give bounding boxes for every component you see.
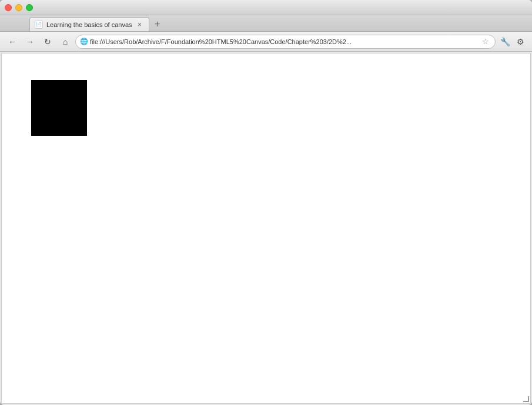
page-icon: 🌐 [81, 38, 88, 45]
resize-handle[interactable] [523, 396, 530, 403]
address-bar-container: 🌐 ☆ [75, 35, 496, 49]
nav-bar: ← → ↻ ⌂ 🌐 ☆ 🔧 ⚙ [0, 32, 532, 52]
forward-button[interactable]: → [22, 35, 38, 49]
home-button[interactable]: ⌂ [58, 35, 73, 49]
canvas-black-square [31, 80, 87, 136]
close-button[interactable] [5, 4, 12, 11]
browser-window: 📄 Learning the basics of canvas × + ← → … [0, 0, 532, 405]
title-bar [0, 0, 532, 15]
back-button[interactable]: ← [5, 35, 20, 49]
bookmark-star-icon[interactable]: ☆ [481, 37, 490, 46]
wrench-icon[interactable]: 🔧 [498, 35, 512, 49]
traffic-lights [5, 4, 33, 11]
tab-favicon: 📄 [35, 21, 43, 29]
page-content [2, 53, 530, 403]
reload-button[interactable]: ↻ [40, 35, 55, 49]
tab-title: Learning the basics of canvas [46, 21, 132, 28]
active-tab[interactable]: 📄 Learning the basics of canvas × [29, 17, 149, 31]
tab-close-button[interactable]: × [136, 21, 144, 29]
minimize-button[interactable] [15, 4, 22, 11]
nav-right-icons: 🔧 ⚙ [498, 35, 527, 49]
tab-bar: 📄 Learning the basics of canvas × + [0, 15, 532, 32]
address-input[interactable] [90, 38, 479, 45]
maximize-button[interactable] [26, 4, 33, 11]
new-tab-button[interactable]: + [152, 18, 163, 30]
content-area [1, 53, 531, 404]
settings-icon[interactable]: ⚙ [513, 35, 527, 49]
